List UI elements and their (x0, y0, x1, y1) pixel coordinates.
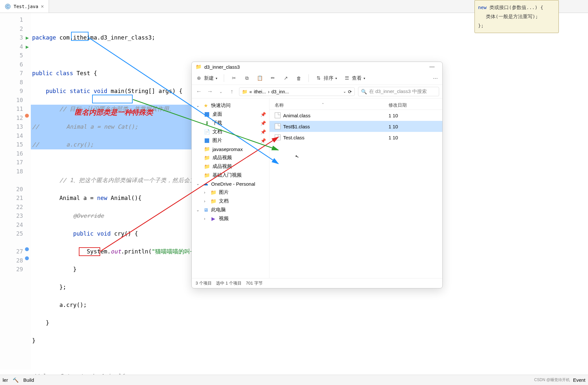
minimize-button[interactable]: — (426, 64, 438, 70)
search-input[interactable]: 🔍 在 d3_inner_class3 中搜索 (358, 87, 439, 96)
tree-pictures[interactable]: 图片📌 (193, 136, 268, 145)
chevron-right-icon: › (204, 199, 208, 204)
col-name-header[interactable]: 名称 (275, 102, 389, 108)
tree-folder[interactable]: 📁成品视频 (193, 153, 268, 162)
tree-quick-access[interactable]: ⌄★快速访问 (193, 101, 268, 110)
breadcrumb-item[interactable]: ithei... (254, 89, 266, 94)
paste-icon[interactable]: 📋 (257, 75, 263, 81)
view-button[interactable]: ☰查看▾ (343, 75, 365, 81)
pin-icon[interactable]: 📌 (260, 138, 266, 143)
nav-up-icon[interactable]: ↑ (228, 88, 236, 95)
pin-icon[interactable]: 📌 (260, 129, 266, 134)
tree-downloads[interactable]: ⬇下载📌 (193, 119, 268, 127)
run-icon[interactable]: ▶ (26, 33, 29, 42)
chevron-right-icon: › (204, 216, 208, 221)
new-button[interactable]: ⊕新建▾ (196, 75, 217, 81)
more-icon[interactable]: ⋯ (432, 75, 438, 81)
file-list: ⌃ 名称 修改日期 Animal.class 1 10 Test$1.class… (270, 99, 442, 278)
tree-label: 文档 (219, 198, 229, 204)
plus-icon: ⊕ (196, 75, 202, 81)
copy-icon[interactable]: ⧉ (244, 75, 250, 81)
tree-desktop[interactable]: 桌面📌 (193, 110, 268, 119)
nav-back-icon[interactable]: ← (195, 88, 203, 95)
window-titlebar[interactable]: 📁 d3_inner_class3 — (192, 62, 442, 72)
download-icon: ⬇ (204, 120, 210, 126)
file-list-header[interactable]: ⌃ 名称 修改日期 (270, 101, 442, 110)
code-comment: // Animal a = new Cat(); (32, 123, 138, 130)
tree-thispc[interactable]: ⌄🖥此电脑 (193, 205, 268, 214)
tree-label: 视频 (219, 216, 229, 222)
tab-filename: Test.java (14, 4, 38, 9)
nav-tree[interactable]: ⌄★快速访问 桌面📌 ⬇下载📌 📄文档📌 图片📌 📁javasepromax 📁… (192, 99, 270, 278)
file-name: Test$1.class (283, 124, 389, 129)
tree-documents[interactable]: 📄文档📌 (193, 127, 268, 136)
watermark: CSDN @睡觉待开机 (534, 377, 570, 383)
run-icon[interactable]: ▶ (26, 42, 29, 52)
tree-folder[interactable]: ›📁文档 (193, 197, 268, 205)
desktop-icon (205, 112, 209, 117)
code-token: .println( (121, 248, 152, 255)
event-log-button[interactable]: Event (573, 377, 585, 383)
folder-icon: 📁 (242, 89, 247, 94)
tree-onedrive[interactable]: ⌄☁OneDrive - Personal (193, 180, 268, 188)
tooltip-line: 类体(一般是方法重写); (486, 14, 538, 19)
sort-button[interactable]: ⇅排序▾ (315, 75, 337, 81)
file-explorer-window: 📁 d3_inner_class3 — ⊕新建▾ ✂ ⧉ 📋 ✏ ↗ 🗑 ⇅排序… (191, 62, 443, 288)
nav-forward-icon[interactable]: → (206, 88, 214, 95)
tooltip-line: }; (478, 23, 484, 28)
pin-icon[interactable]: 📌 (260, 112, 266, 117)
tree-video[interactable]: ›▶视频 (193, 214, 268, 223)
ide-statusbar: ler 🔨 Build CSDN @睡觉待开机 Event (0, 375, 588, 385)
code-token: out (111, 248, 121, 255)
folder-icon: 📁 (204, 155, 210, 161)
close-tab-icon[interactable]: × (41, 3, 44, 9)
chevron-down-icon[interactable]: ⌄ (343, 89, 346, 94)
delete-icon[interactable]: 🗑 (295, 75, 302, 81)
folder-icon: 📁 (204, 146, 210, 152)
build-button[interactable]: Build (23, 377, 34, 383)
share-icon[interactable]: ↗ (282, 75, 289, 81)
cut-icon[interactable]: ✂ (231, 75, 237, 81)
code-token: new (97, 195, 111, 201)
sort-icon: ⇅ (315, 75, 322, 81)
explorer-body: ⌄★快速访问 桌面📌 ⬇下载📌 📄文档📌 图片📌 📁javasepromax 📁… (192, 99, 442, 278)
bookmark-icon[interactable] (25, 114, 29, 118)
rename-icon[interactable]: ✏ (270, 75, 276, 81)
explorer-statusbar: 3 个项目 选中 1 个项目 701 字节 (192, 278, 442, 288)
nav-history-icon[interactable]: ⌄ (217, 89, 225, 94)
tree-label: 成品视频 (212, 163, 232, 169)
bookmark-icon[interactable] (25, 247, 29, 251)
pin-icon[interactable]: 📌 (260, 121, 266, 126)
file-row[interactable]: Test$1.class 1 10 (270, 121, 442, 132)
tree-label: 桌面 (212, 111, 222, 117)
col-date-header[interactable]: 修改日期 (389, 102, 437, 108)
tree-folder[interactable]: 📁javasepromax (193, 145, 268, 153)
code-token: a.cry(); (59, 302, 87, 308)
annotation-text: 匿名内部类是一种特殊类 (75, 108, 153, 117)
code-token: cry() (114, 230, 131, 237)
window-title: d3_inner_class3 (204, 64, 240, 70)
build-icon: 🔨 (13, 377, 19, 383)
java-class-icon: C (5, 3, 11, 10)
bookmark-icon[interactable] (25, 256, 29, 260)
status-item[interactable]: ler (3, 377, 8, 383)
breadcrumb-item[interactable]: d3_inn... (271, 89, 289, 94)
file-row[interactable]: Test.class 1 10 (270, 132, 442, 143)
file-date: 1 10 (389, 124, 437, 129)
chevron-right-icon: › (204, 190, 208, 195)
tree-folder[interactable]: 📁基础入门视频 (193, 171, 268, 180)
code-token: (String[] args) { (125, 88, 183, 94)
file-tab[interactable]: C Test.java × (0, 0, 49, 13)
file-row[interactable]: Animal.class 1 10 (270, 110, 442, 121)
line-gutter: 1 2 3▶ 4▶ 5 6 7 8 9 10 11 12 13 14 15 16… (0, 13, 31, 369)
tree-folder[interactable]: 📁成品视频 (193, 162, 268, 171)
code-token: { (90, 70, 97, 76)
address-bar[interactable]: 📁 « ithei... › d3_inn... ⌄ ⟳ (239, 88, 355, 96)
folder-icon: 📁 (204, 172, 210, 178)
file-date: 1 10 (389, 113, 437, 118)
tooltip-line: new (478, 5, 486, 10)
refresh-icon[interactable]: ⟳ (348, 89, 352, 94)
tooltip-line: 类或接口(参数值...) { (486, 5, 543, 10)
code-hint-tooltip: new 类或接口(参数值...) { 类体(一般是方法重写); }; (474, 0, 559, 33)
tree-folder[interactable]: ›📁图片 (193, 188, 268, 197)
